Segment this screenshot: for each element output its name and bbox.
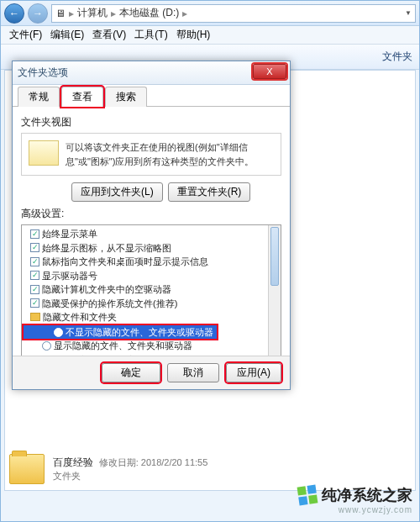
apply-to-folders-button[interactable]: 应用到文件夹(L) [71, 182, 163, 202]
checkbox-icon[interactable]: ✓ [30, 271, 39, 280]
tree-item-label: 鼠标指向文件夹和桌面项时显示提示信息 [42, 255, 208, 269]
menu-bar: 文件(F) 编辑(E) 查看(V) 工具(T) 帮助(H) [1, 26, 419, 45]
watermark-logo-icon [297, 485, 318, 506]
folder-view-box: 可以将该文件夹正在使用的视图(例如"详细信息"或"图标")应用到所有这种类型的文… [21, 133, 281, 176]
tree-item[interactable]: ✓鼠标指向文件夹和桌面项时显示提示信息 [24, 255, 267, 269]
cancel-button[interactable]: 取消 [167, 363, 219, 382]
menu-view[interactable]: 查看(V) [89, 26, 129, 44]
menu-help[interactable]: 帮助(H) [173, 26, 214, 44]
apply-button[interactable]: 应用(A) [226, 363, 281, 382]
file-date: 2018/2/20 11:55 [141, 457, 208, 467]
forward-button[interactable]: → [28, 3, 48, 24]
radio-icon[interactable] [42, 341, 51, 351]
tree-item-label: 始终显示图标，从不显示缩略图 [42, 241, 171, 256]
reset-folders-button[interactable]: 重置文件夹(R) [168, 182, 251, 202]
dialog-body: 文件夹视图 可以将该文件夹正在使用的视图(例如"详细信息"或"图标")应用到所有… [13, 107, 290, 390]
tab-view[interactable]: 查看 [61, 87, 103, 107]
tree-item-label: 不显示隐藏的文件、文件夹或驱动器 [66, 325, 213, 340]
file-text: 百度经验 修改日期: 2018/2/20 11:55 文件夹 [53, 456, 207, 482]
dialog-titlebar[interactable]: 文件夹选项 X [13, 61, 290, 85]
dialog-tabs: 常规 查看 搜索 [13, 85, 290, 107]
advanced-tree[interactable]: ✓始终显示菜单✓始终显示图标，从不显示缩略图✓鼠标指向文件夹和桌面项时显示提示信… [21, 224, 281, 359]
folder-icon [9, 454, 45, 484]
tab-general[interactable]: 常规 [18, 87, 60, 107]
tree-item[interactable]: 显示隐藏的文件、文件夹和驱动器 [24, 339, 267, 353]
tree-item-label: 显示驱动器号 [42, 269, 97, 283]
tree-item[interactable]: 不显示隐藏的文件、文件夹或驱动器 [24, 325, 217, 340]
file-type: 文件夹 [53, 470, 207, 482]
dialog-title: 文件夹选项 [18, 66, 68, 80]
chevron-right-icon: ▸ [111, 8, 116, 19]
file-name: 百度经验 [53, 456, 93, 468]
folder-view-label: 文件夹视图 [21, 115, 281, 129]
advanced-label: 高级设置: [21, 207, 281, 221]
tree-item[interactable]: ✓隐藏计算机文件夹中的空驱动器 [24, 282, 267, 297]
toolbar-label: 文件夹 [382, 50, 412, 64]
tree-item-label: 显示隐藏的文件、文件夹和驱动器 [54, 339, 192, 353]
tree-item-label: 隐藏受保护的操作系统文件(推荐) [42, 297, 177, 311]
watermark-brand: 纯净系统之家 [322, 485, 412, 505]
dialog-footer: 确定 取消 应用(A) [13, 356, 290, 389]
explorer-titlebar: ← → 🖥 ▸ 计算机 ▸ 本地磁盘 (D:) ▸ ▼ [1, 1, 419, 26]
checkbox-icon[interactable]: ✓ [30, 229, 39, 239]
checkbox-icon[interactable]: ✓ [30, 285, 39, 294]
tab-search[interactable]: 搜索 [105, 87, 147, 107]
folder-view-icon [29, 140, 59, 166]
radio-icon[interactable] [54, 328, 63, 337]
breadcrumb-drive[interactable]: 本地磁盘 (D:) [119, 6, 179, 20]
tree-item[interactable]: ✓始终显示图标，从不显示缩略图 [24, 241, 267, 256]
folder-options-dialog: 文件夹选项 X 常规 查看 搜索 文件夹视图 可以将该文件夹正在使用的视图(例如… [12, 61, 291, 390]
tree-item[interactable]: ✓隐藏受保护的操作系统文件(推荐) [24, 297, 267, 311]
back-button[interactable]: ← [4, 3, 24, 24]
watermark-url: www.ycwzjy.com [298, 505, 412, 514]
ok-button[interactable]: 确定 [102, 363, 160, 382]
chevron-right-icon: ▸ [69, 8, 74, 19]
folder-icon [30, 313, 40, 321]
computer-icon: 🖥 [55, 8, 66, 19]
close-button[interactable]: X [253, 64, 286, 79]
tree-item-label: 隐藏文件和文件夹 [43, 310, 117, 324]
chevron-right-icon: ▸ [182, 8, 187, 19]
file-item[interactable]: 百度经验 修改日期: 2018/2/20 11:55 文件夹 [9, 454, 207, 484]
tree-item[interactable]: 隐藏文件和文件夹 [24, 310, 267, 324]
checkbox-icon[interactable]: ✓ [30, 243, 39, 252]
menu-file[interactable]: 文件(F) [6, 26, 45, 44]
file-meta-label: 修改日期: [99, 457, 139, 467]
tree-item[interactable]: ✓显示驱动器号 [24, 269, 267, 283]
address-bar[interactable]: 🖥 ▸ 计算机 ▸ 本地磁盘 (D:) ▸ ▼ [51, 4, 416, 23]
menu-edit[interactable]: 编辑(E) [47, 26, 87, 44]
tree-item-label: 隐藏计算机文件夹中的空驱动器 [42, 282, 171, 297]
watermark: 纯净系统之家 www.ycwzjy.com [298, 485, 412, 514]
breadcrumb-computer[interactable]: 计算机 [77, 6, 108, 20]
tree-item-label: 始终显示菜单 [42, 227, 97, 241]
tree-item[interactable]: ✓始终显示菜单 [24, 227, 267, 241]
menu-tools[interactable]: 工具(T) [131, 26, 171, 44]
checkbox-icon[interactable]: ✓ [30, 257, 39, 266]
checkbox-icon[interactable]: ✓ [30, 298, 39, 308]
scrollbar[interactable] [268, 225, 281, 358]
folder-view-desc: 可以将该文件夹正在使用的视图(例如"详细信息"或"图标")应用到所有这种类型的文… [66, 140, 274, 168]
scrollbar-thumb[interactable] [270, 227, 279, 286]
chevron-down-icon[interactable]: ▼ [405, 9, 412, 17]
